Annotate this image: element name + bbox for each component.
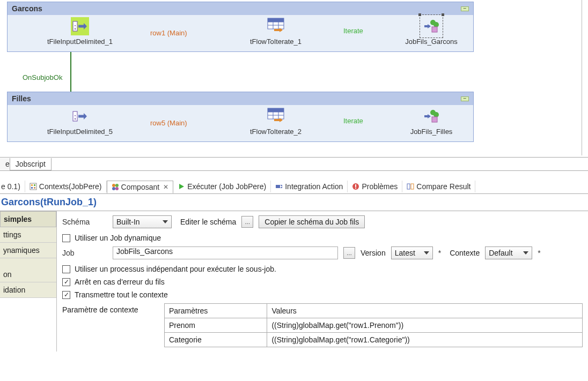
svg-rect-27 xyxy=(30,183,36,190)
svg-rect-29 xyxy=(34,184,35,186)
file-input-icon: ; xyxy=(71,107,89,125)
transmit-context-checkbox[interactable] xyxy=(62,291,70,299)
component-jobfils-filles[interactable]: JobFils_Filles xyxy=(394,107,469,136)
subjob-garcons-title: Garcons xyxy=(12,4,42,13)
svg-rect-26 xyxy=(432,117,437,122)
subjob-garcons[interactable]: Garcons − ; tFileInputDelimited_1 tFlowT… xyxy=(7,2,474,52)
link-onsubjobok-label[interactable]: OnSubjobOk xyxy=(23,73,62,81)
svg-rect-31 xyxy=(34,187,35,189)
close-icon[interactable]: ✕ xyxy=(161,183,168,191)
col-parametres: Paramètres xyxy=(165,304,267,318)
component-tfileinputdelimited-1[interactable]: ; tFileInputDelimited_1 xyxy=(34,17,126,46)
svg-point-33 xyxy=(115,184,119,187)
subjob-minimize-button[interactable]: − xyxy=(461,6,469,11)
link-row1-label[interactable]: row1 (Main) xyxy=(150,29,187,37)
svg-rect-38 xyxy=(355,184,356,187)
link-iterate-label[interactable]: Iterate xyxy=(343,27,363,35)
tab-jobscript[interactable]: Jobscript xyxy=(10,158,52,170)
component-icon xyxy=(112,183,119,191)
job-label: Job xyxy=(62,249,107,257)
version-select[interactable]: Latest xyxy=(391,246,433,259)
svg-rect-12 xyxy=(268,18,284,22)
independent-process-label: Utiliser un processus indépendant pour e… xyxy=(75,265,276,273)
stop-on-error-checkbox[interactable] xyxy=(62,278,70,286)
svg-point-34 xyxy=(112,187,115,190)
component-label: tFileInputDelimited_5 xyxy=(34,128,126,136)
job-input[interactable]: JobFils_Garcons xyxy=(113,246,338,259)
nav-on[interactable]: on xyxy=(0,258,56,282)
component-jobfils-garcons[interactable]: JobFils_Garcons xyxy=(394,17,469,46)
stop-on-error-label: Arrêt en cas d'erreur du fils xyxy=(75,278,165,286)
contexts-icon xyxy=(30,183,37,190)
svg-rect-23 xyxy=(268,108,284,112)
tab-integration-action[interactable]: Integration Action xyxy=(271,181,348,192)
component-form: Schéma Built-In Editer le schéma … Copie… xyxy=(57,211,588,352)
table-row: Categorie((String)globalMap.get("row1.Ca… xyxy=(165,333,583,347)
flow-iterate-icon xyxy=(267,17,285,35)
edit-schema-label: Editer le schéma xyxy=(180,218,236,226)
component-title: Garcons(tRunJob_1) xyxy=(0,194,588,211)
designer-canvas[interactable]: Garcons − ; tFileInputDelimited_1 tFlowT… xyxy=(0,0,582,155)
svg-point-35 xyxy=(115,187,119,190)
editor-tabstrip: e Jobscript xyxy=(0,157,588,171)
col-valeurs: Valeurs xyxy=(267,304,583,318)
svg-rect-30 xyxy=(31,187,33,189)
svg-text:;: ; xyxy=(74,23,76,31)
tab-partial-left[interactable]: e xyxy=(0,158,10,170)
file-input-icon: ; xyxy=(71,17,89,35)
job-browse-button[interactable]: … xyxy=(343,247,355,259)
nav-settings[interactable]: ttings xyxy=(0,227,56,243)
compare-icon xyxy=(407,183,414,190)
run-icon xyxy=(178,183,185,190)
transmit-context-label: Transmettre tout le contexte xyxy=(75,290,168,299)
edit-schema-button[interactable]: … xyxy=(241,216,253,228)
tab-problemes[interactable]: Problèmes xyxy=(348,181,402,192)
component-tfileinputdelimited-5[interactable]: ; tFileInputDelimited_5 xyxy=(34,107,126,136)
context-select[interactable]: Default xyxy=(485,246,532,259)
runjob-icon xyxy=(422,17,440,35)
nav-simples[interactable]: simples xyxy=(0,211,56,227)
tab-contexts[interactable]: Contexts(JobPere) xyxy=(25,181,107,192)
link-row5-label[interactable]: row5 (Main) xyxy=(150,119,187,127)
use-dynamic-job-checkbox[interactable] xyxy=(62,234,70,242)
tab-compare-result[interactable]: Compare Result xyxy=(402,181,475,192)
nav-idation[interactable]: idation xyxy=(0,282,56,298)
table-row: Prenom((String)globalMap.get("row1.Preno… xyxy=(165,318,583,333)
param-context-label: Paramètre de contexte xyxy=(62,305,138,314)
version-label: Version xyxy=(361,249,386,257)
component-label: tFlowToIterate_2 xyxy=(238,128,313,136)
properties-tabstrip: e 0.1) Contexts(JobPere) Composant ✕ Exé… xyxy=(0,179,588,194)
tab-executer[interactable]: Exécuter (Job JobPere) xyxy=(173,181,271,192)
context-label: Contexte xyxy=(450,249,480,257)
schema-label: Schéma xyxy=(62,218,107,226)
copy-schema-button[interactable]: Copier le schéma du Job fils xyxy=(259,215,365,228)
subjob-filles[interactable]: Filles − ; tFileInputDelimited_5 tFlowTo… xyxy=(7,92,474,142)
tab-partial[interactable]: e 0.1) xyxy=(0,181,25,192)
svg-text:;: ; xyxy=(74,113,76,121)
subjob-minimize-button[interactable]: − xyxy=(461,96,469,101)
properties-left-nav: simples ttings ynamiques on idation xyxy=(0,211,57,352)
svg-rect-28 xyxy=(31,184,33,186)
component-label: tFileInputDelimited_1 xyxy=(34,38,126,46)
integration-icon xyxy=(275,183,283,190)
svg-rect-40 xyxy=(407,184,410,189)
component-label: tFlowToIterate_1 xyxy=(238,38,313,46)
svg-rect-39 xyxy=(355,188,356,189)
svg-point-32 xyxy=(112,184,115,187)
independent-process-checkbox[interactable] xyxy=(62,265,70,273)
subjob-filles-title: Filles xyxy=(12,94,31,103)
component-tflowtoiterate-1[interactable]: tFlowToIterate_1 xyxy=(238,17,313,46)
tab-composant[interactable]: Composant ✕ xyxy=(107,181,174,193)
context-param-table[interactable]: ParamètresValeurs Prenom((String)globalM… xyxy=(164,303,583,347)
runjob-icon xyxy=(422,107,440,125)
problems-icon xyxy=(352,183,359,190)
link-iterate-label-2[interactable]: Iterate xyxy=(343,117,363,125)
flow-iterate-icon xyxy=(267,107,285,125)
component-label: JobFils_Filles xyxy=(394,128,469,136)
component-tflowtoiterate-2[interactable]: tFlowToIterate_2 xyxy=(238,107,313,136)
component-label: JobFils_Garcons xyxy=(394,38,469,46)
use-dynamic-job-label: Utiliser un Job dynamique xyxy=(75,234,161,242)
schema-select[interactable]: Built-In xyxy=(113,215,172,228)
nav-dynamiques[interactable]: ynamiques xyxy=(0,243,56,258)
svg-rect-41 xyxy=(411,184,414,189)
